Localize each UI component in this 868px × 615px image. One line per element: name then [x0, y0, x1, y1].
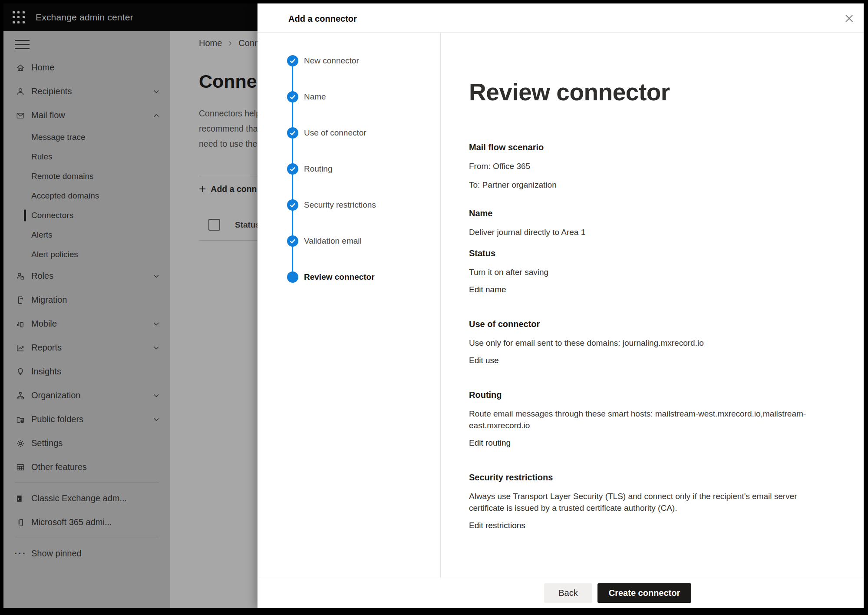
sidebar-item-mail-flow[interactable]: Mail flow	[3, 103, 170, 127]
sidebar-item-other-features[interactable]: Other features	[3, 455, 170, 479]
review-block: Use of connectorUse only for email sent …	[469, 319, 851, 372]
wizard-step-name[interactable]: Name	[257, 91, 440, 127]
sidebar-item-label: Insights	[31, 367, 61, 377]
review-section-value: Turn it on after saving	[469, 266, 829, 278]
plus-icon: +	[199, 183, 206, 195]
sidebar-item-label: Alerts	[31, 230, 53, 240]
wizard-step-routing[interactable]: Routing	[257, 163, 440, 199]
person-icon	[15, 86, 26, 97]
wizard-step-new-connector[interactable]: New connector	[257, 55, 440, 91]
wizard-step-label: Security restrictions	[304, 200, 376, 210]
review-block: Security restrictionsAlways use Transpor…	[469, 473, 851, 537]
sidebar-item-connectors[interactable]: Connectors	[3, 205, 170, 225]
sidebar-item-label: Rules	[31, 152, 53, 162]
chevron-down-icon	[153, 392, 160, 399]
sidebar-item-show-pinned[interactable]: ···Show pinned	[3, 542, 170, 565]
wizard-step-validation-email[interactable]: Validation email	[257, 235, 440, 271]
check-circle-icon	[287, 199, 298, 211]
chevron-right-icon	[227, 40, 233, 46]
mobile-icon	[15, 319, 26, 329]
panel-title: Add a connector	[288, 14, 357, 24]
microsoft-365-icon	[15, 517, 26, 528]
check-circle-icon	[287, 127, 298, 139]
sidebar-item-label: Recipients	[31, 86, 72, 96]
sidebar-item-insights[interactable]: Insights	[3, 360, 170, 384]
sidebar-item-mobile[interactable]: Mobile	[3, 312, 170, 336]
breadcrumb-home[interactable]: Home	[199, 38, 222, 48]
review-block: Mail flow scenarioFrom: Office 365To: Pa…	[469, 142, 851, 191]
chevron-up-icon	[153, 112, 160, 119]
close-panel-button[interactable]	[842, 11, 856, 25]
sidebar-item-label: Roles	[31, 271, 53, 281]
sidebar-item-label: Mail flow	[31, 110, 65, 120]
sidebar-item-microsoft-365-admi[interactable]: Microsoft 365 admi...	[3, 510, 170, 534]
chevron-down-icon	[153, 273, 160, 280]
wizard-step-label: Review connector	[304, 272, 375, 282]
wizard-step-label: New connector	[304, 56, 359, 66]
wizard-step-review-connector[interactable]: Review connector	[257, 271, 440, 308]
edit-restrictions-link[interactable]: Edit restrictions	[469, 521, 525, 530]
sidebar-item-label: Other features	[31, 462, 87, 472]
check-circle-icon	[287, 235, 298, 247]
add-connector-panel: Add a connector New connectorNameUse of …	[257, 3, 864, 608]
home-icon	[15, 63, 26, 73]
sidebar-nav: HomeRecipientsMail flowMessage traceRule…	[3, 31, 170, 608]
review-section-heading: Status	[469, 248, 851, 258]
sidebar-item-label: Reports	[31, 343, 62, 353]
sidebar-item-public-folders[interactable]: Public folders	[3, 407, 170, 431]
chevron-down-icon	[153, 416, 160, 423]
chevron-down-icon	[153, 344, 160, 351]
sidebar-item-classic-exchange-adm[interactable]: EClassic Exchange adm...	[3, 486, 170, 510]
wizard-rail-divider	[440, 33, 441, 578]
migration-icon	[15, 295, 26, 305]
wizard-step-label: Name	[304, 92, 326, 102]
sidebar-item-label: Remote domains	[31, 172, 94, 181]
sidebar-item-label: Organization	[31, 390, 80, 400]
svg-text:E: E	[18, 496, 21, 501]
organization-icon	[15, 390, 26, 401]
sidebar-item-accepted-domains[interactable]: Accepted domains	[3, 186, 170, 205]
public-folders-icon	[15, 414, 26, 425]
wizard-step-use-of-connector[interactable]: Use of connector	[257, 127, 440, 163]
back-button[interactable]: Back	[544, 583, 592, 603]
sidebar-item-rules[interactable]: Rules	[3, 147, 170, 166]
hamburger-menu-icon[interactable]	[15, 38, 30, 50]
sidebar-item-organization[interactable]: Organization	[3, 384, 170, 407]
sidebar-item-recipients[interactable]: Recipients	[3, 79, 170, 103]
select-all-checkbox[interactable]	[208, 219, 220, 231]
review-section-heading: Security restrictions	[469, 473, 851, 483]
review-section-value: Always use Transport Layer Security (TLS…	[469, 490, 829, 514]
edit-routing-link[interactable]: Edit routing	[469, 438, 511, 448]
insights-icon	[15, 367, 26, 377]
sidebar-item-reports[interactable]: Reports	[3, 336, 170, 360]
review-block: NameDeliver journal directly to Area 1St…	[469, 208, 851, 301]
sidebar-item-migration[interactable]: Migration	[3, 288, 170, 312]
status-column-header: Status	[235, 220, 260, 230]
sidebar-item-roles[interactable]: Roles	[3, 264, 170, 288]
wizard-step-label: Validation email	[304, 236, 362, 246]
sidebar-item-settings[interactable]: Settings	[3, 431, 170, 455]
sidebar-item-remote-domains[interactable]: Remote domains	[3, 166, 170, 186]
sidebar-item-alerts[interactable]: Alerts	[3, 225, 170, 245]
sidebar-item-label: Message trace	[31, 132, 86, 142]
sidebar-item-label: Alert policies	[31, 250, 78, 259]
wizard-step-label: Use of connector	[304, 128, 366, 138]
review-pane: Review connector Mail flow scenarioFrom:…	[469, 33, 851, 578]
sidebar-item-message-trace[interactable]: Message trace	[3, 127, 170, 147]
edit-use-link[interactable]: Edit use	[469, 356, 499, 365]
sidebar-item-alert-policies[interactable]: Alert policies	[3, 245, 170, 264]
sidebar-item-home[interactable]: Home	[3, 56, 170, 79]
wizard-step-security-restrictions[interactable]: Security restrictions	[257, 199, 440, 235]
app-title: Exchange admin center	[36, 12, 133, 23]
app-launcher-icon[interactable]	[12, 11, 25, 24]
sidebar-item-label: Migration	[31, 295, 67, 305]
review-section-heading: Use of connector	[469, 319, 851, 329]
wizard-steps-rail: New connectorNameUse of connectorRouting…	[257, 33, 440, 578]
sidebar-item-label: Mobile	[31, 319, 57, 329]
check-circle-icon	[287, 55, 298, 66]
sidebar-item-label: Accepted domains	[31, 191, 99, 201]
create-connector-button[interactable]: Create connector	[597, 583, 691, 603]
review-section-value: Deliver journal directly to Area 1	[469, 226, 829, 238]
edit-name-link[interactable]: Edit name	[469, 285, 506, 294]
chevron-down-icon	[153, 88, 160, 95]
